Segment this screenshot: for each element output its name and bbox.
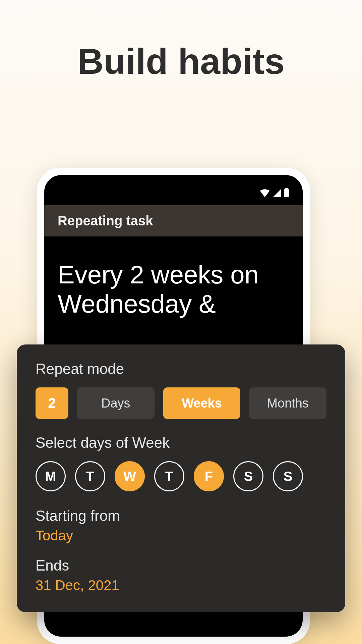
page-title: Build habits (0, 0, 362, 82)
day-sat-toggle[interactable]: S (233, 461, 263, 491)
battery-icon (284, 188, 289, 199)
task-summary-text: Every 2 weeks on Wednesday & (44, 236, 303, 319)
mode-weeks-button[interactable]: Weeks (163, 387, 241, 419)
repeat-count-input[interactable]: 2 (36, 387, 68, 419)
mode-days-button[interactable]: Days (77, 387, 155, 419)
repeat-mode-label: Repeat mode (36, 361, 326, 377)
wifi-icon (260, 189, 270, 199)
day-mon-toggle[interactable]: M (36, 461, 66, 491)
cellular-icon (273, 189, 281, 199)
starting-from-label: Starting from (36, 507, 326, 524)
svg-rect-0 (285, 188, 288, 189)
day-tue-toggle[interactable]: T (75, 461, 105, 491)
day-thu-toggle[interactable]: T (154, 461, 184, 491)
days-of-week-row: M T W T F S S (36, 461, 326, 491)
starting-from-value[interactable]: Today (36, 528, 326, 544)
mode-months-button[interactable]: Months (249, 387, 326, 419)
day-wed-toggle[interactable]: W (115, 461, 145, 491)
select-days-label: Select days of Week (36, 434, 326, 451)
app-header: Repeating task (44, 205, 303, 236)
ends-label: Ends (36, 557, 326, 574)
svg-rect-1 (284, 189, 289, 197)
status-icons (260, 188, 289, 199)
day-sun-toggle[interactable]: S (273, 461, 303, 491)
day-fri-toggle[interactable]: F (194, 461, 224, 491)
repeat-config-sheet: Repeat mode 2 Days Weeks Months Select d… (17, 344, 345, 612)
status-bar (44, 175, 303, 205)
ends-value[interactable]: 31 Dec, 2021 (36, 577, 326, 593)
repeat-mode-row: 2 Days Weeks Months (36, 387, 326, 419)
app-header-title: Repeating task (58, 213, 289, 228)
